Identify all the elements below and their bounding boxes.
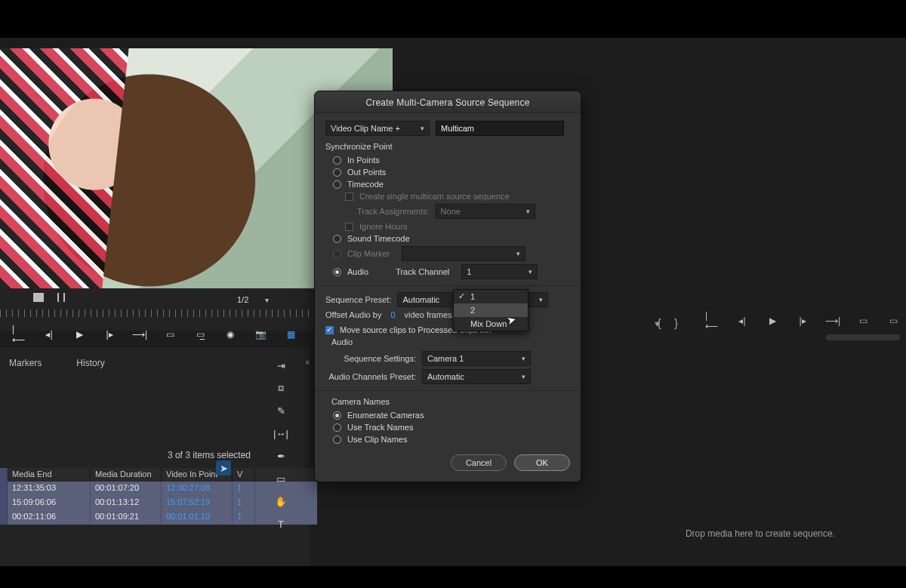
chevron-down-icon: ▾ [526,208,530,215]
dialog-title: Create Multi-Camera Source Sequence [315,91,581,112]
prog-step-back-button[interactable]: ◂| [735,316,749,326]
compare-icon[interactable] [57,293,65,302]
zoom-level-dropdown[interactable]: 1/2 ▾ [237,293,282,306]
cancel-button[interactable]: Cancel [451,454,507,471]
in-out-braces-icon[interactable]: {} [658,317,692,329]
col-media-duration[interactable]: Media Duration [91,468,162,482]
radio-use-track-names[interactable] [333,423,341,432]
sequence-settings-label: Sequence Settings: [325,354,416,363]
audio-channels-preset-dropdown[interactable]: Automatic▾ [422,369,531,384]
radio-out-points[interactable] [333,168,341,177]
prog-go-to-in-button[interactable]: |⟵ [705,316,719,326]
radio-clip-marker [333,250,341,258]
check-move-clips[interactable] [325,326,334,334]
chevron-down-icon: ▾ [539,296,543,303]
program-transport: |⟵ ◂| ▶ |▸ ⟶| ▭ ▭ [705,316,900,326]
step-fwd-button[interactable]: |▸ [103,329,116,340]
chevron-down-icon: ▾ [522,373,525,380]
table-row[interactable]: 00:02:11:06 00:01:09:21 00:01:01:10 1 [0,510,317,525]
program-scrollbar[interactable] [826,334,900,340]
project-table-header: Media End Media Duration Video In Point … [0,468,317,482]
overwrite-button[interactable]: ▭̲ [193,329,207,340]
go-to-in-button[interactable]: |⟵ [12,329,26,340]
col-media-end[interactable]: Media End [8,468,91,482]
track-channel-option-1[interactable]: 1 [454,290,528,303]
export-frame-button[interactable]: ◉ [223,329,237,340]
radio-timecode[interactable] [333,180,341,189]
chevron-down-icon: ▾ [421,125,424,132]
check-ignore-hours [345,223,353,231]
create-multicam-dialog: Create Multi-Camera Source Sequence Vide… [314,91,581,482]
selection-tool-icon[interactable]: ➤ [216,460,231,476]
play-button[interactable]: ▶ [72,329,86,340]
chevron-down-icon: ▾ [522,355,525,362]
go-to-out-button[interactable]: ⟶| [133,329,146,340]
offset-audio-value[interactable]: 0 [390,310,395,319]
extract-button[interactable]: ▭ [886,316,900,326]
check-create-single [345,192,353,201]
project-panel: Markers History 3 of 3 items selected Me… [0,347,310,566]
prog-go-to-out-button[interactable]: ⟶| [826,316,840,326]
type-tool-icon[interactable]: T [273,516,288,531]
sequence-settings-dropdown[interactable]: Camera 1▾ [422,351,531,366]
pen-tool-icon[interactable]: ✒ [273,448,288,463]
table-row[interactable]: 12:31:35:03 00:01:07:20 12:30:27:08 1 [0,482,317,496]
col-last[interactable]: V [233,468,255,482]
table-row[interactable]: 15:09:06:06 00:01:13:12 15:07:52:19 1 [0,496,317,510]
audio-section-label: Audio [331,337,570,346]
radio-sound-timecode[interactable] [333,235,341,243]
camera-names-label: Camera Names [331,397,570,406]
razor-tool-icon[interactable]: ✎ [273,403,288,418]
radio-use-clip-names[interactable] [333,436,341,444]
radio-audio[interactable] [333,268,341,276]
rectangle-tool-icon[interactable]: ▭ [273,471,288,486]
step-back-button[interactable]: ◂| [42,329,56,340]
ripple-tool-icon[interactable]: ⧈ [273,380,288,396]
track-assign-label: Track Assignments: [357,207,430,216]
toggle-multicam-icon[interactable]: ▦ [284,329,297,340]
sync-point-label: Synchronize Point [325,142,570,151]
chevron-down-icon: ▾ [516,250,520,257]
drop-media-hint: Drop media here to create sequence. [686,528,835,539]
track-select-tool-icon[interactable]: ⇥ [273,358,288,373]
audio-channels-preset-label: Audio Channels Preset: [325,372,416,381]
slip-tool-icon[interactable]: |↔| [273,426,288,441]
timeline-toolbox: ➤ ⇥ ⧈ ✎ |↔| ✒ ▭ ✋ T [272,358,290,531]
tab-history[interactable]: History [76,358,104,368]
monitor-settings-icon[interactable] [33,293,44,302]
panel-close-icon[interactable]: × [305,358,310,367]
zoom-level-value: 1/2 [237,295,248,304]
track-channel-menu: 1 2 Mix Down [453,289,528,331]
insert-button[interactable]: ▭ [163,329,177,340]
sequence-name-input[interactable] [436,121,564,136]
track-channel-label: Track Channel [396,267,449,276]
chevron-down-icon: ▾ [528,268,532,276]
hand-tool-icon[interactable]: ✋ [273,494,288,509]
lift-button[interactable]: ▭ [856,316,870,326]
clip-name-mode-dropdown[interactable]: Video Clip Name +▾ [325,121,430,136]
selection-status: 3 of 3 items selected [168,450,251,460]
prog-play-button[interactable]: ▶ [766,316,779,326]
prog-step-fwd-button[interactable]: |▸ [796,316,809,326]
ok-button[interactable]: OK [514,454,570,471]
tab-markers[interactable]: Markers [9,358,42,368]
clip-marker-dropdown: ▾ [402,246,525,261]
source-transport: |⟵ ◂| ▶ |▸ ⟶| ▭ ▭̲ ◉ 📷 ▦ [12,329,297,340]
radio-enumerate-cameras[interactable] [333,411,341,420]
track-assignments-dropdown: None▾ [436,204,535,219]
chevron-down-icon: ▾ [265,296,269,304]
track-channel-option-2[interactable]: 2 [454,303,528,317]
track-channel-dropdown[interactable]: 1▾ [461,264,538,279]
sequence-preset-label: Sequence Preset: [325,295,391,304]
radio-in-points[interactable] [333,156,341,165]
snapshot-button[interactable]: 📷 [254,329,267,340]
